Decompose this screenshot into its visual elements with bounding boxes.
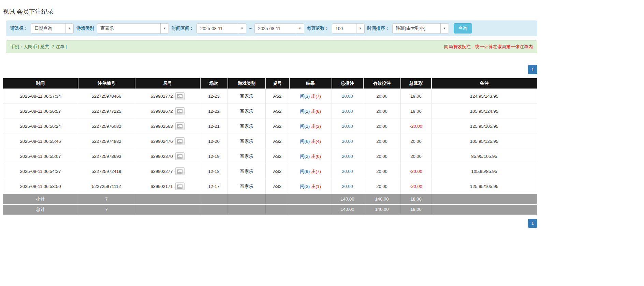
round-wrap: 639902672 (150, 107, 184, 115)
pagination-top: 1 (3, 65, 537, 74)
table-row: 2025-08-11 06:55:07522725973693639902370… (3, 149, 537, 164)
cell-bet-id: 522725977225 (78, 104, 135, 119)
cell-result: 闲(2)庄(0) (289, 149, 332, 164)
cell-round: 639902476 (135, 134, 200, 149)
round-result-image-icon[interactable] (175, 107, 185, 115)
result-banker: 庄(4) (311, 139, 321, 144)
cell-time: 2025-08-11 06:55:07 (3, 149, 78, 164)
cell-total-bet: 20.00 (332, 164, 363, 179)
result-banker: 庄(0) (311, 154, 321, 159)
cell-game-type: 百家乐 (228, 149, 266, 164)
cell-payout: -20.00 (401, 164, 431, 179)
cell-table-no: AS2 (266, 134, 289, 149)
cell-game-type: 百家乐 (228, 119, 266, 134)
game-type-select[interactable]: 百家乐 ▼ (97, 23, 169, 33)
cell-game-type: 百家乐 (228, 89, 266, 104)
round-wrap: 639902476 (150, 137, 184, 145)
page-size-label: 每页笔数： (307, 25, 329, 31)
cell-bet-id: 522725978466 (78, 89, 135, 104)
page-size-value: 100 (332, 24, 356, 33)
page-size-select[interactable]: 100 ▼ (332, 23, 365, 33)
cell-game-type: 百家乐 (228, 164, 266, 179)
round-result-image-icon[interactable] (175, 92, 185, 100)
summary-notice: 同局有效投注，统一计算在该局第一张注单内 (444, 44, 533, 50)
query-type-value: 日期查询 (31, 24, 65, 33)
cell-note: 105.95/85.95 (431, 164, 537, 179)
summary-currency-count: 币别：人民币 | 总共 :7 注单 | (10, 44, 67, 50)
round-id: 639902772 (150, 94, 173, 99)
sort-label: 时间排序： (367, 25, 390, 31)
chevron-down-icon[interactable]: ▼ (356, 24, 364, 33)
round-result-image-icon[interactable] (175, 152, 185, 160)
table-row: 2025-08-11 06:56:57522725977225639902672… (3, 104, 537, 119)
cell-time: 2025-08-11 06:56:57 (3, 104, 78, 119)
cell-session: 12-23 (200, 89, 228, 104)
game-type-label: 游戏类别 (76, 25, 94, 31)
date-from-value: 2025-08-11 (197, 24, 238, 33)
cell-table-no: AS2 (266, 149, 289, 164)
cell-valid-bet: 20.00 (363, 164, 401, 179)
chevron-down-icon[interactable]: ▼ (238, 24, 246, 33)
round-result-image-icon[interactable] (175, 137, 185, 145)
summary-bar: 币别：人民币 | 总共 :7 注单 | 同局有效投注，统一计算在该局第一张注单内 (6, 40, 537, 53)
cell-session: 12-21 (200, 119, 228, 134)
cell-game-type: 百家乐 (228, 179, 266, 194)
round-id: 639902476 (150, 139, 173, 144)
cell-bet-id: 522725973693 (78, 149, 135, 164)
result-banker: 庄(6) (311, 109, 321, 114)
total-count: 7 (78, 204, 135, 215)
col-game-type: 游戏类别 (228, 78, 266, 89)
cell-time: 2025-08-11 06:53:50 (3, 179, 78, 194)
total-row: 总计 7 140.00 140.00 18.00 (3, 204, 537, 215)
cell-game-type: 百家乐 (228, 134, 266, 149)
table-header: 时间 注单编号 局号 场次 游戏类别 桌号 结果 总投注 有效投注 总派彩 备注 (3, 78, 537, 89)
cell-bet-id: 522725972419 (78, 164, 135, 179)
total-payout: 18.00 (401, 204, 431, 215)
page-title: 视讯 会员下注纪录 (3, 8, 537, 16)
table-row: 2025-08-11 06:55:46522725974882639902476… (3, 134, 537, 149)
table-body: 2025-08-11 06:57:34522725978466639902772… (3, 89, 537, 194)
result-player: 闲(9) (300, 169, 310, 174)
date-to-select[interactable]: 2025-08-11 ▼ (254, 23, 304, 33)
col-payout: 总派彩 (401, 78, 431, 89)
cell-table-no: AS2 (266, 89, 289, 104)
cell-payout: 20.00 (401, 134, 431, 149)
query-type-select[interactable]: 日期查询 ▼ (31, 23, 74, 33)
cell-note: 124.95/143.95 (431, 89, 537, 104)
round-wrap: 639902563 (150, 122, 184, 130)
round-result-image-icon[interactable] (175, 167, 185, 175)
cell-table-no: AS2 (266, 104, 289, 119)
cell-round: 639902370 (135, 149, 200, 164)
sort-select[interactable]: 降冪(由大到小) ▼ (392, 23, 449, 33)
date-from-select[interactable]: 2025-08-11 ▼ (196, 23, 246, 33)
cell-session: 12-22 (200, 104, 228, 119)
cell-payout: 19.00 (401, 104, 431, 119)
sort-value: 降冪(由大到小) (393, 24, 440, 33)
chevron-down-icon[interactable]: ▼ (65, 24, 73, 33)
cell-session: 12-17 (200, 179, 228, 194)
search-button[interactable]: 查询 (454, 23, 472, 33)
cell-table-no: AS2 (266, 119, 289, 134)
chevron-down-icon[interactable]: ▼ (160, 24, 169, 33)
time-range-label: 时间区间： (172, 25, 194, 31)
page-1-button[interactable]: 1 (528, 219, 537, 228)
round-id: 639902370 (150, 154, 173, 159)
cell-result: 闲(3)庄(1) (289, 179, 332, 194)
subtotal-total-bet: 140.00 (332, 194, 363, 204)
cell-time: 2025-08-11 06:56:24 (3, 119, 78, 134)
cell-note: 105.95/125.95 (431, 134, 537, 149)
round-result-image-icon[interactable] (175, 182, 185, 190)
col-table-no: 桌号 (266, 78, 289, 89)
round-result-image-icon[interactable] (175, 122, 185, 130)
cell-session: 12-18 (200, 164, 228, 179)
col-session: 场次 (200, 78, 228, 89)
chevron-down-icon[interactable]: ▼ (440, 24, 449, 33)
cell-payout: 20.00 (401, 149, 431, 164)
cell-note: 85.95/105.95 (431, 149, 537, 164)
chevron-down-icon[interactable]: ▼ (296, 24, 304, 33)
cell-bet-id: 522725974882 (78, 134, 135, 149)
cell-bet-id: 522725976082 (78, 119, 135, 134)
page-1-button[interactable]: 1 (528, 65, 537, 74)
round-wrap: 639902370 (150, 152, 184, 160)
subtotal-row: 小计 7 140.00 140.00 18.00 (3, 194, 537, 204)
